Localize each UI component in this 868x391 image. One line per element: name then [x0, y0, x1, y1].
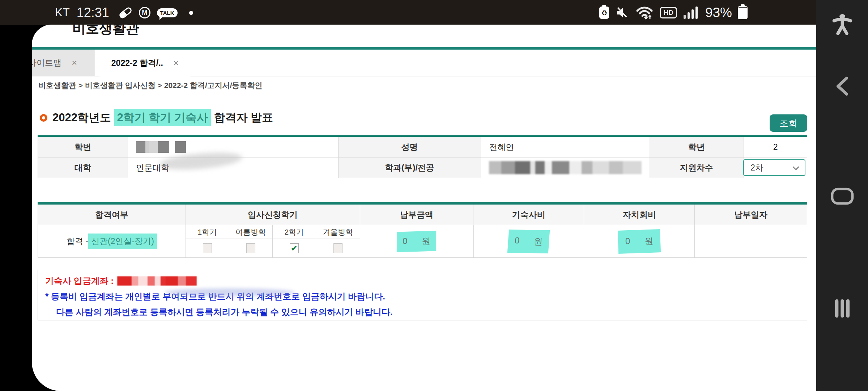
- amount-highlight: 0원: [397, 231, 437, 252]
- header-payment-date: 납부일자: [695, 205, 807, 225]
- header-dorm-fee: 기숙사비: [473, 205, 584, 225]
- phone-screen: KT 12:31 M TALK ♻ HD: [0, 0, 868, 391]
- wifi-icon: [635, 5, 654, 20]
- value-name: 전혜연: [481, 137, 649, 157]
- payment-date-cell: [695, 225, 807, 258]
- label-application-round: 지원차수: [649, 157, 744, 178]
- value-application-round: 2차: [744, 157, 807, 178]
- checkbox-semester2[interactable]: ✔: [290, 243, 299, 253]
- notice-line-1: * 등록비 입금계좌는 개인별로 부여되므로 반드시 위의 계좌번호로 입금하시…: [45, 291, 807, 302]
- label-name: 성명: [339, 137, 481, 157]
- recents-icon[interactable]: [834, 298, 851, 319]
- tab-current-page[interactable]: 2022-2 합격/.. ×: [100, 50, 190, 77]
- account-line: 기숙사 입금계좌 :: [45, 275, 807, 287]
- checkbox-semester1[interactable]: [203, 243, 212, 253]
- header-application-semester: 입사신청학기: [186, 205, 360, 225]
- payment-amount-cell: 0원: [360, 225, 474, 258]
- query-button[interactable]: 조회: [770, 114, 807, 132]
- home-icon[interactable]: [831, 188, 854, 205]
- tab-accent-line: [32, 47, 816, 50]
- battery-percent-label: 93%: [705, 5, 732, 20]
- page-title-row: 2022학년도 2학기 학기 기숙사 합격자 발표: [40, 110, 273, 125]
- subheader-semester2: 2학기: [273, 225, 316, 239]
- value-student-id: [128, 137, 339, 157]
- acceptance-highlight: 신관(2인실-장기): [88, 234, 157, 249]
- close-icon[interactable]: ×: [72, 57, 77, 68]
- acceptance-result-table: 합격여부 입사신청학기 납부금액 기숙사비 자치회비 납부일자 합격 - 신관(…: [38, 202, 807, 258]
- table-top-accent: [38, 202, 807, 205]
- acceptance-result-cell: 합격 - 신관(2인실-장기): [38, 225, 186, 258]
- close-icon[interactable]: ×: [173, 58, 179, 69]
- notice-box: 기숙사 입금계좌 : * 등록비 입금계좌는 개인별로 부여되므로 반드시 위의…: [38, 270, 807, 320]
- semester-grid: 1학기 여름방학 2학기 겨울방학 ✔: [186, 225, 360, 258]
- bullet-icon: [40, 114, 47, 122]
- value-grade: 2: [744, 137, 807, 157]
- amount-highlight: 0원: [618, 229, 661, 253]
- signal-icon: [683, 5, 699, 20]
- redacted-major: [489, 161, 642, 174]
- status-bar: KT 12:31 M TALK ♻ HD: [0, 0, 816, 25]
- content-card: 비호생활관 사이트맵 × 2022-2 합격/.. × 비호생활관 > 비호생활…: [32, 25, 816, 391]
- accessibility-icon[interactable]: [832, 14, 853, 35]
- label-college: 대학: [38, 157, 128, 178]
- header-acceptance: 합격여부: [38, 205, 186, 225]
- application-round-select[interactable]: 2차: [743, 159, 805, 176]
- student-info-table: 학번 성명 전혜연 학년 2 대학 인문대학 학과(부)/전공 지원차수: [38, 135, 807, 178]
- m-badge-icon: M: [139, 7, 150, 18]
- hd-icon: HD: [660, 7, 677, 18]
- carrier-label: KT: [55, 6, 70, 19]
- title-highlight: 2학기 학기 기숙사: [114, 109, 211, 126]
- dorm-fee-cell: 0원: [474, 225, 584, 258]
- tab-sitemap[interactable]: 사이트맵 ×: [32, 50, 95, 76]
- redacted-account-number: [117, 276, 197, 286]
- notice-line-2: 다른 사람의 계좌번호로 등록하시면 등록처리가 누락될 수 있으니 유의하시기…: [56, 306, 807, 318]
- checkbox-summer[interactable]: [246, 243, 255, 253]
- navigation-rail: [816, 0, 868, 391]
- battery-icon: [738, 6, 748, 19]
- notification-dot-icon: [189, 11, 193, 15]
- redacted-student-id: [136, 141, 186, 153]
- label-major: 학과(부)/전공: [339, 157, 481, 178]
- chevron-down-icon: [792, 164, 799, 170]
- page-header-title: 비호생활관: [72, 25, 139, 38]
- header-payment-amount: 납부금액: [360, 205, 474, 225]
- council-fee-cell: 0원: [584, 225, 695, 258]
- checkbox-winter[interactable]: [333, 243, 342, 253]
- subheader-winter: 겨울방학: [316, 225, 360, 239]
- capsule-icon: [118, 6, 133, 20]
- label-grade: 학년: [649, 137, 744, 157]
- value-major: [481, 157, 649, 178]
- mute-icon: [615, 5, 629, 20]
- amount-highlight: 0원: [507, 230, 550, 253]
- battery-saver-icon: ♻: [599, 7, 609, 19]
- subheader-semester1: 1학기: [186, 225, 229, 239]
- page-title: 2022학년도 2학기 학기 기숙사 합격자 발표: [52, 110, 273, 125]
- back-icon[interactable]: [833, 76, 851, 96]
- label-student-id: 학번: [38, 137, 128, 157]
- subheader-summer: 여름방학: [229, 225, 273, 239]
- header-council-fee: 자치회비: [584, 205, 695, 225]
- breadcrumb: 비호생활관 > 비호생활관 입사신청 > 2022-2 합격/고지서/등록확인: [38, 80, 263, 91]
- kakaotalk-icon: TALK: [157, 8, 178, 17]
- value-college: 인문대학: [128, 157, 339, 178]
- clock-label: 12:31: [77, 5, 109, 20]
